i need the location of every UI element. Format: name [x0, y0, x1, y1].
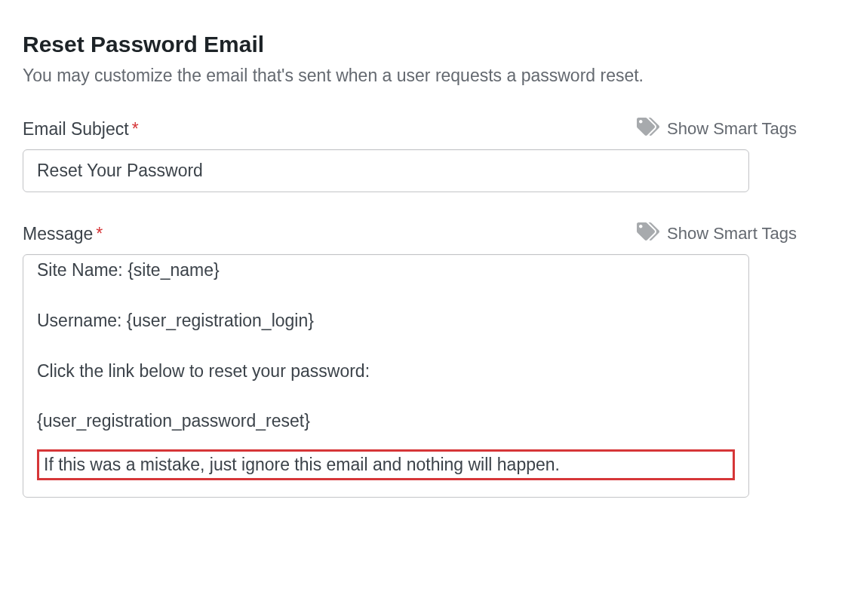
tags-icon [637, 118, 659, 140]
show-smart-tags-label: Show Smart Tags [667, 119, 797, 139]
message-body-highlighted: If this was a mistake, just ignore this … [37, 449, 735, 480]
show-smart-tags-subject[interactable]: Show Smart Tags [637, 118, 819, 140]
message-editor[interactable]: Site Name: {site_name} Username: {user_r… [23, 254, 749, 497]
email-subject-input[interactable] [23, 149, 749, 192]
message-label-text: Message [23, 224, 93, 244]
section-description: You may customize the email that's sent … [23, 63, 819, 87]
email-subject-label: Email Subject* [23, 119, 139, 139]
message-body-top: Site Name: {site_name} Username: {user_r… [37, 258, 735, 434]
section-title: Reset Password Email [23, 32, 819, 57]
tags-icon [637, 222, 659, 245]
message-label: Message* [23, 224, 103, 244]
email-subject-label-text: Email Subject [23, 119, 129, 139]
show-smart-tags-label: Show Smart Tags [667, 224, 797, 244]
show-smart-tags-message[interactable]: Show Smart Tags [637, 222, 819, 245]
required-asterisk: * [132, 119, 139, 139]
required-asterisk: * [96, 224, 103, 244]
